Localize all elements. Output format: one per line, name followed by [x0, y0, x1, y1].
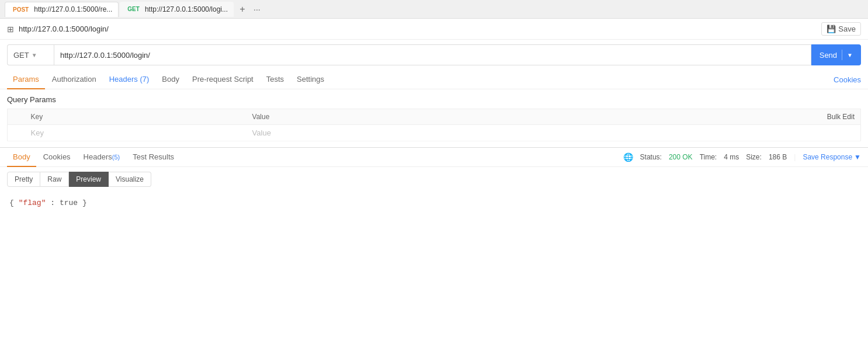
- tab-settings[interactable]: Settings: [291, 70, 330, 89]
- headers-badge: (5): [112, 154, 120, 161]
- send-chevron-icon: ▼: [847, 52, 853, 58]
- save-icon: 💾: [827, 25, 836, 33]
- send-button[interactable]: Send ▼: [811, 44, 861, 65]
- save-response-button[interactable]: Save Response ▼: [803, 153, 861, 161]
- row-value-cell[interactable]: Value: [246, 125, 861, 141]
- json-close-brace: }: [82, 199, 87, 207]
- status-label: Status:: [640, 153, 662, 161]
- table-row: Key Value: [8, 125, 861, 141]
- tab-authorization[interactable]: Authorization: [46, 70, 102, 89]
- view-tabs: Pretty Raw Preview Visualize: [0, 167, 868, 192]
- row-key-cell[interactable]: Key: [25, 125, 246, 141]
- request-tabs: Params Authorization Headers (7) Body Pr…: [0, 70, 868, 89]
- tab-params[interactable]: Params: [7, 70, 45, 89]
- get-method-badge: GET: [126, 5, 141, 13]
- save-button-top[interactable]: 💾 Save: [821, 22, 861, 36]
- size-label: Size:: [746, 153, 762, 161]
- request-section: GET ▼ Send ▼ Params Authorization Header…: [0, 40, 868, 148]
- json-open-brace: {: [9, 199, 14, 207]
- tab-body[interactable]: Body: [156, 70, 185, 89]
- tab-prerequest[interactable]: Pre-request Script: [186, 70, 259, 89]
- address-icon: ⊞: [7, 25, 14, 34]
- post-method-badge: POST: [11, 6, 30, 13]
- resp-tab-headers-label: Headers: [84, 152, 112, 161]
- response-status: 🌐 Status: 200 OK Time: 4 ms Size: 186 B …: [623, 152, 861, 162]
- resp-tab-headers[interactable]: Headers(5): [78, 148, 126, 167]
- resp-tab-body[interactable]: Body: [7, 148, 36, 167]
- view-tab-preview[interactable]: Preview: [69, 172, 109, 187]
- status-value: 200 OK: [669, 153, 693, 161]
- response-section: Body Cookies Headers(5) Test Results 🌐 S…: [0, 148, 868, 358]
- tab-url-get: http://127.0.0.1:5000/logi...: [145, 5, 228, 13]
- resp-tab-test-results[interactable]: Test Results: [127, 148, 180, 167]
- browser-tab-post[interactable]: POST http://127.0.0.1:5000/re...: [5, 2, 119, 17]
- save-response-chevron-icon: ▼: [854, 153, 861, 161]
- size-value: 186 B: [769, 153, 787, 161]
- method-value: GET: [13, 51, 29, 60]
- browser-tab-get[interactable]: GET http://127.0.0.1:5000/logi...: [120, 2, 234, 17]
- json-value: true: [60, 199, 78, 207]
- cookies-link[interactable]: Cookies: [834, 75, 861, 84]
- send-label: Send: [820, 51, 837, 60]
- new-tab-button[interactable]: +: [235, 2, 250, 17]
- query-params-section: Query Params Key Value Bulk Edit Key Val…: [0, 89, 868, 147]
- col-value: Value: [246, 109, 506, 125]
- resp-tab-cookies[interactable]: Cookies: [37, 148, 77, 167]
- tab-url-post: http://127.0.0.1:5000/re...: [34, 5, 112, 13]
- response-tabs: Body Cookies Headers(5) Test Results 🌐 S…: [0, 148, 868, 167]
- time-label: Time:: [700, 153, 717, 161]
- address-bar: ⊞ http://127.0.0.1:5000/login/ 💾 Save: [0, 19, 868, 40]
- url-input[interactable]: [54, 44, 811, 65]
- query-params-title: Query Params: [7, 95, 861, 104]
- row-checkbox-cell: [8, 125, 25, 141]
- tab-tests[interactable]: Tests: [261, 70, 290, 89]
- address-url: http://127.0.0.1:5000/login/: [19, 25, 817, 33]
- save-label: Save: [838, 25, 856, 33]
- col-key: Key: [25, 109, 246, 125]
- json-colon: :: [50, 199, 55, 207]
- more-tabs-button[interactable]: ···: [251, 5, 263, 14]
- time-value: 4 ms: [724, 153, 739, 161]
- params-table: Key Value Bulk Edit Key Value: [7, 109, 861, 141]
- url-bar: GET ▼ Send ▼: [0, 40, 868, 70]
- save-response-label: Save Response: [803, 153, 852, 161]
- method-select[interactable]: GET ▼: [7, 44, 54, 65]
- col-checkbox: [8, 109, 25, 125]
- view-tab-raw[interactable]: Raw: [40, 172, 69, 187]
- globe-icon: 🌐: [623, 152, 633, 162]
- tab-bar: POST http://127.0.0.1:5000/re... GET htt…: [0, 0, 868, 19]
- response-body: { "flag" : true }: [0, 192, 868, 216]
- tab-headers[interactable]: Headers (7): [103, 70, 155, 89]
- view-tab-pretty[interactable]: Pretty: [7, 172, 40, 187]
- bulk-edit-button[interactable]: Bulk Edit: [506, 109, 861, 125]
- send-divider: [842, 50, 842, 60]
- view-tab-visualize[interactable]: Visualize: [109, 172, 151, 187]
- json-key: "flag": [19, 199, 46, 207]
- method-chevron-icon: ▼: [32, 52, 37, 58]
